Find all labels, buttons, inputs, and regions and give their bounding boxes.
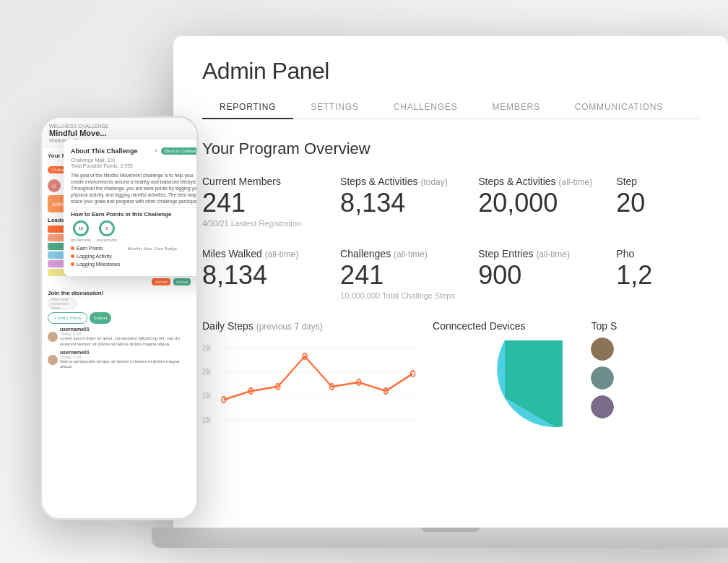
- top-section: Top S: [591, 320, 699, 418]
- circle-item-2: 5 pts/activity: [97, 220, 117, 242]
- comment-1: username01 Today 1:16 Lorem ipsum dolor …: [48, 327, 191, 348]
- leaderboard-label-1: Joined: [152, 278, 170, 285]
- stat-label-challenges: Challenges (all-time): [340, 248, 456, 259]
- earn-dot-1: [71, 246, 74, 250]
- mobile-join-title: Join the discussion!: [48, 290, 191, 296]
- stat-label-entries: Step Entries (all-time): [478, 248, 594, 259]
- circle-label-2: pts/activity: [97, 238, 117, 242]
- comment-avatar-2: [48, 355, 58, 365]
- modal-back-btn[interactable]: Back to Challenge: [161, 147, 199, 155]
- mobile-title: Mindful Move...: [49, 129, 189, 137]
- laptop-body: [152, 528, 728, 548]
- modal-meta-row: Challenge Mall: 101 Total Possible Point…: [71, 158, 199, 169]
- tab-members[interactable]: MEMBERS: [474, 96, 557, 119]
- stat-steps-today: Steps & Activities (today) 8,134: [340, 176, 478, 228]
- top-avatar-circle-2: [591, 366, 614, 390]
- stat-sub-members: 4/30/21 Lastest Registration: [202, 219, 318, 228]
- stat-value-miles: 8,134: [202, 262, 318, 288]
- top-avatar-img-2: [591, 366, 614, 390]
- earn-item-2: Logging Activity ›: [71, 253, 199, 259]
- stat-sub-challenges: 10,000,000 Total Challnge Steps: [340, 291, 456, 300]
- stat-label-steps-today: Steps & Activities (today): [340, 176, 456, 187]
- top-avatar-img-1: [591, 338, 614, 361]
- modal-close-icon[interactable]: ×: [154, 147, 158, 155]
- modal-challenge-id: Challenge Mall: 101 Total Possible Point…: [71, 158, 133, 169]
- laptop-notch: [422, 528, 480, 532]
- stat-step-partial: Step 20: [616, 176, 699, 228]
- monthly-label: Monthly Mac: [127, 246, 152, 251]
- mobile-user-avatar: U: [48, 179, 61, 192]
- svg-text:25k: 25k: [202, 344, 212, 352]
- top-avatar-circle-1: [591, 338, 614, 361]
- stat-photos: Pho 1,2: [616, 248, 699, 300]
- stat-value-challenges: 241: [340, 262, 456, 288]
- svg-text:20k: 20k: [202, 368, 212, 376]
- laptop-device: Admin Panel REPORTING SETTINGS CHALLENGE…: [173, 36, 728, 563]
- comment-content-2: username01 Today 1:16 Sed ut perspiciati…: [60, 350, 191, 371]
- earn-item-3: Logging Milestones ›: [71, 261, 199, 267]
- stat-value-entries: 900: [478, 262, 594, 288]
- top-avatar-circle-3: [591, 395, 614, 418]
- comment-2: username01 Today 1:16 Sed ut perspiciati…: [48, 350, 191, 371]
- admin-title: Admin Panel: [202, 58, 699, 85]
- circle-ring-1: 10: [73, 220, 89, 236]
- stats-row-1: Current Members 241 4/30/21 Lastest Regi…: [202, 176, 699, 228]
- earn-item-1: Earn Points Monthly Mac Earn Badge ›: [71, 245, 199, 252]
- laptop-screen: Admin Panel REPORTING SETTINGS CHALLENGE…: [173, 36, 728, 528]
- circle-item-1: 10 pts/activity: [71, 220, 91, 242]
- chart-svg: 25k 20k 15k 10k: [202, 340, 418, 456]
- pie-chart: [433, 340, 576, 456]
- comment-avatar-1: [48, 332, 58, 342]
- tab-communications[interactable]: COMMUNICATIONS: [558, 96, 680, 119]
- chart-section: Daily Steps (previous 7 days) 25k: [202, 320, 699, 456]
- modal-how-title: How to Earn Points in this Challenge: [71, 211, 199, 218]
- earn-dot-3: [71, 262, 74, 266]
- circle-ring-2: 5: [99, 220, 115, 236]
- circle-label-1: pts/activity: [71, 238, 91, 242]
- stat-label-members: Current Members: [202, 176, 318, 187]
- submit-btn[interactable]: Submit: [90, 312, 111, 324]
- stat-label-photos: Pho: [616, 248, 677, 259]
- stat-steps-alltime: Steps & Activities (all-time) 20,000: [478, 176, 616, 228]
- tab-reporting[interactable]: REPORTING: [202, 96, 293, 119]
- top-avatar-img-3: [591, 395, 614, 418]
- svg-text:15k: 15k: [202, 392, 212, 400]
- stat-value-steps-alltime: 20,000: [478, 190, 594, 216]
- top-avatar-1: [591, 338, 699, 361]
- stat-value-members: 241: [202, 190, 318, 216]
- top-avatar-3: [591, 395, 699, 418]
- tab-challenges[interactable]: CHALLENGES: [376, 96, 475, 119]
- stat-label-steps-alltime: Steps & Activities (all-time): [478, 176, 594, 187]
- stat-challenges: Challenges (all-time) 241 10,000,000 Tot…: [340, 248, 478, 300]
- stats-row-2: Miles Walked (all-time) 8,134 Challenges…: [202, 248, 699, 300]
- mobile-modal: About This Challenge × Back to Challenge…: [64, 139, 199, 276]
- svg-text:10k: 10k: [202, 416, 212, 424]
- program-overview-title: Your Program Overview: [202, 139, 699, 158]
- earn-label-2: Logging Activity: [77, 254, 112, 259]
- earn-dot-2: [71, 254, 74, 258]
- comment-content-1: username01 Today 1:16 Lorem ipsum dolor …: [60, 327, 191, 348]
- mobile-modal-title: About This Challenge: [71, 147, 138, 155]
- stat-miles: Miles Walked (all-time) 8,134: [202, 248, 340, 300]
- stat-label-step-partial: Step: [616, 176, 677, 187]
- top-avatars: [591, 338, 699, 418]
- admin-panel: Admin Panel REPORTING SETTINGS CHALLENGE…: [173, 36, 728, 528]
- stat-value-step-partial: 20: [616, 190, 677, 216]
- earn-label-1: Earn Points: [77, 246, 103, 251]
- top-section-title: Top S: [591, 320, 699, 332]
- nav-tabs: REPORTING SETTINGS CHALLENGES MEMBERS CO…: [202, 96, 699, 119]
- top-avatar-2: [591, 366, 699, 390]
- add-photo-btn[interactable]: + Add a Photo: [48, 312, 87, 324]
- line-chart-container: Daily Steps (previous 7 days) 25k: [202, 320, 418, 456]
- badge-label: Earn Badge: [154, 246, 177, 251]
- circle-indicators: 10 pts/activity 5 pts/activity: [71, 220, 199, 242]
- modal-body-text: The goal of the Mindful Movement challen…: [71, 172, 199, 205]
- stat-label-miles: Miles Walked (all-time): [202, 248, 318, 259]
- comment-input[interactable]: Add your comment here...: [48, 298, 77, 309]
- leaderboard-label-2: Active: [173, 278, 191, 285]
- stat-value-photos: 1,2: [616, 262, 677, 288]
- connected-devices-title: Conncected Devices: [433, 320, 576, 332]
- stat-entries: Step Entries (all-time) 900: [478, 248, 616, 300]
- mobile-device: Wellness Challenge Mindful Move... Welln…: [40, 116, 199, 520]
- tab-settings[interactable]: SETTINGS: [293, 96, 376, 119]
